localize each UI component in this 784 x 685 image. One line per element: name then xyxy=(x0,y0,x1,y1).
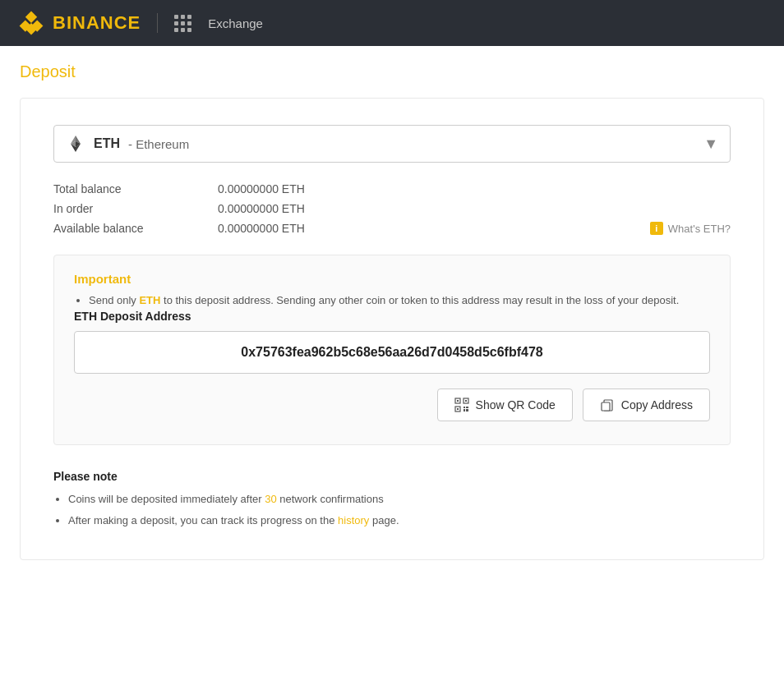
total-balance-label: Total balance xyxy=(53,182,218,195)
coin-symbol: ETH xyxy=(94,136,120,151)
warning-coin: ETH xyxy=(139,294,160,306)
svg-rect-15 xyxy=(457,408,459,410)
show-qr-label: Show QR Code xyxy=(476,398,556,411)
logo-text: BINANCE xyxy=(53,12,141,34)
svg-rect-19 xyxy=(466,409,468,411)
in-order-label: In order xyxy=(53,202,218,215)
deposit-card: ETH - Ethereum ▼ Total balance 0.0000000… xyxy=(20,98,764,560)
copy-icon xyxy=(600,398,615,412)
whats-eth-link[interactable]: i What's ETH? xyxy=(305,222,731,235)
binance-logo-icon xyxy=(16,8,46,38)
in-order-value: 0.00000000 ETH xyxy=(218,202,305,215)
page-title-text: Deposit xyxy=(20,62,76,80)
copy-address-button[interactable]: Copy Address xyxy=(583,388,710,421)
coin-name: - Ethereum xyxy=(128,137,189,151)
important-box: Important Send only ETH to this deposit … xyxy=(53,255,731,445)
deposit-address-text: 0x75763fea962b5c68e56aa26d7d0458d5c6fbf4… xyxy=(91,345,693,360)
svg-rect-21 xyxy=(602,402,610,411)
header-divider xyxy=(157,13,158,33)
header: BINANCE Exchange xyxy=(0,0,784,46)
please-note-section: Please note Coins will be deposited imme… xyxy=(53,470,731,528)
chevron-down-icon: ▼ xyxy=(703,136,718,153)
note-list: Coins will be deposited immediately afte… xyxy=(53,491,731,528)
balance-table: Total balance 0.00000000 ETH In order 0.… xyxy=(53,182,731,235)
available-balance-label: Available balance xyxy=(53,222,218,235)
action-buttons: Show QR Code Copy Address xyxy=(74,388,710,421)
whats-eth-label: What's ETH? xyxy=(668,223,731,235)
deposit-address-label: ETH Deposit Address xyxy=(74,310,710,323)
page-title: Deposit xyxy=(20,62,764,81)
note-conf-after: network confirmations xyxy=(277,493,384,505)
note-history-before: After making a deposit, you can track it… xyxy=(68,514,338,526)
important-list: Send only ETH to this deposit address. S… xyxy=(74,294,710,306)
warning-text-after: to this deposit address. Sending any oth… xyxy=(160,294,679,306)
svg-rect-11 xyxy=(457,400,459,402)
apps-grid-dots xyxy=(174,15,191,32)
page-content: Deposit ETH - Ethereum xyxy=(0,46,784,685)
important-title: Important xyxy=(74,272,710,286)
address-box: 0x75763fea962b5c68e56aa26d7d0458d5c6fbf4… xyxy=(74,331,710,374)
note-history-after: page. xyxy=(369,514,399,526)
svg-rect-18 xyxy=(463,409,465,411)
svg-rect-13 xyxy=(465,400,467,402)
coin-selector-left: ETH - Ethereum xyxy=(66,134,189,154)
svg-rect-17 xyxy=(466,407,468,408)
history-link[interactable]: history xyxy=(338,514,369,526)
grid-icon[interactable] xyxy=(174,15,191,32)
qr-code-icon xyxy=(454,398,469,412)
copy-address-label: Copy Address xyxy=(621,398,693,411)
note-conf-number: 30 xyxy=(265,493,276,505)
logo[interactable]: BINANCE xyxy=(16,8,141,38)
note-item-history: After making a deposit, you can track it… xyxy=(68,513,731,529)
available-balance-value: 0.00000000 ETH xyxy=(218,222,305,235)
note-item-confirmations: Coins will be deposited immediately afte… xyxy=(68,491,731,508)
show-qr-code-button[interactable]: Show QR Code xyxy=(437,388,573,421)
please-note-title: Please note xyxy=(53,470,731,483)
coin-selector-dropdown[interactable]: ETH - Ethereum ▼ xyxy=(53,125,731,163)
warning-text-before: Send only xyxy=(89,294,139,306)
exchange-nav-link[interactable]: Exchange xyxy=(208,16,263,30)
note-conf-before: Coins will be deposited immediately afte… xyxy=(68,493,265,505)
info-icon: i xyxy=(650,222,663,235)
eth-coin-icon xyxy=(66,134,85,154)
important-warning: Send only ETH to this deposit address. S… xyxy=(89,294,710,306)
total-balance-value: 0.00000000 ETH xyxy=(218,182,305,195)
svg-rect-16 xyxy=(463,407,465,408)
svg-marker-0 xyxy=(25,11,37,23)
